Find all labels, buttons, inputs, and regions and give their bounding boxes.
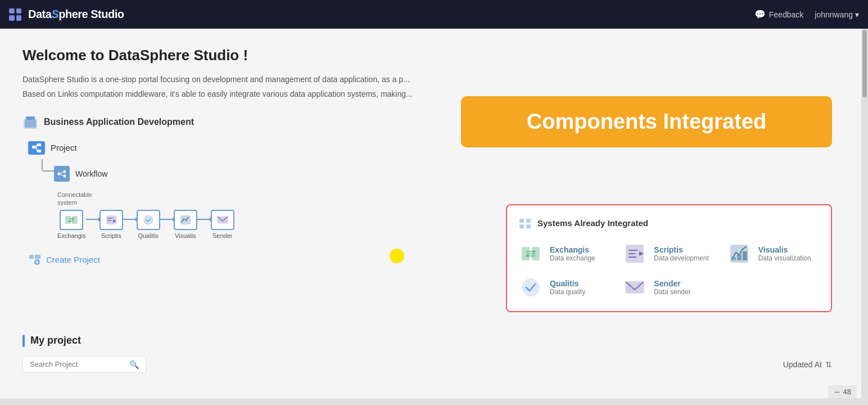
svg-rect-25 <box>519 219 524 223</box>
scriptis-name: Scriptis <box>654 245 715 254</box>
svg-point-9 <box>64 170 66 173</box>
page-count: 48 <box>843 388 851 396</box>
exchangis-label: Exchangis <box>57 232 86 239</box>
page-arrow-icon: ↔ <box>834 388 841 396</box>
svg-line-7 <box>36 147 37 151</box>
visualis-icon <box>727 241 752 266</box>
sender-name: Sender <box>654 279 715 288</box>
search-input[interactable] <box>30 360 125 368</box>
svg-rect-1 <box>26 116 35 120</box>
visualis-name: Visualis <box>758 245 820 254</box>
sender-flow-icon <box>211 210 234 230</box>
flow-diagram: Connectablesystem <box>57 191 483 240</box>
feedback-label: Feedback <box>769 10 803 19</box>
connectable-label: Connectablesystem <box>57 191 483 207</box>
create-project-button[interactable]: Create Project <box>28 253 483 266</box>
scriptis-label: Scriptis <box>101 232 121 239</box>
flow-item-visualis: Visualis <box>174 210 197 239</box>
create-project-label: Create Project <box>46 255 100 264</box>
create-project-icon <box>28 253 42 266</box>
systems-title: Systems Already Integrated <box>537 218 648 228</box>
project-icon <box>28 141 45 155</box>
sender-label: Sender <box>213 232 232 239</box>
svg-rect-4 <box>37 143 41 146</box>
vertical-scrollbar[interactable] <box>861 29 868 405</box>
visualis-info: Visualis Data visualization <box>758 245 820 262</box>
main-content: Welcome to DataSphere Studio ! DataSpher… <box>0 29 855 405</box>
systems-bottom-grid: Qualitis Data quality Sender <box>518 275 820 300</box>
sort-icon: ⇅ <box>825 360 832 369</box>
sender-icon <box>622 275 647 300</box>
tree-connector: Workflow <box>39 164 483 182</box>
scrollbar-thumb[interactable] <box>862 30 867 97</box>
svg-rect-27 <box>519 224 524 228</box>
workflow-icon <box>54 166 70 182</box>
logo-s: S <box>51 8 58 20</box>
qualitis-info: Qualitis Data quality <box>550 279 611 296</box>
tree-h-line <box>43 170 54 172</box>
my-project-title: My project <box>30 335 81 346</box>
tree-v-line <box>42 159 43 170</box>
flow-item-exchangis: Exchangis <box>57 210 86 239</box>
system-item-exchangis: Exchangis Data exchange <box>518 241 611 266</box>
feedback-button[interactable]: 💬 Feedback <box>754 9 803 20</box>
svg-rect-22 <box>29 255 34 259</box>
systems-top-grid: Exchangis Data exchange <box>518 241 820 266</box>
project-row: Project <box>28 141 483 155</box>
search-icon: 🔍 <box>129 360 139 369</box>
svg-line-11 <box>61 172 64 173</box>
qualitis-label: Qualitis <box>138 232 159 239</box>
svg-point-19 <box>144 215 153 224</box>
workflow-row: Workflow <box>54 166 107 182</box>
svg-rect-2 <box>25 120 36 128</box>
system-item-visualis: Visualis Data visualization <box>727 241 820 266</box>
flow-item-qualitis: Qualitis <box>137 210 160 239</box>
my-project-header: My project <box>22 335 832 347</box>
systems-header-icon <box>518 217 532 230</box>
flow-arrow-3 <box>160 219 174 220</box>
system-item-qualitis: Qualitis Data quality <box>518 275 611 300</box>
business-header: Business Application Development <box>22 114 483 130</box>
components-banner: Components Integrated <box>461 96 832 147</box>
flow-arrow-4 <box>197 219 211 220</box>
svg-rect-23 <box>35 255 40 259</box>
exchangis-icon <box>518 241 543 266</box>
business-section: Business Application Development Pro <box>22 114 483 312</box>
svg-point-10 <box>64 174 66 177</box>
flow-row: Exchangis ▶ <box>57 210 483 239</box>
updated-at-sort[interactable]: Updated At ⇅ <box>783 360 832 369</box>
svg-point-8 <box>58 172 61 175</box>
logo-area: DataSphere Studio <box>9 8 124 21</box>
svg-point-39 <box>522 279 539 296</box>
visualis-label: Visualis <box>175 232 196 239</box>
chevron-down-icon: ▾ <box>855 10 859 19</box>
project-label: Project <box>51 143 77 152</box>
horizontal-scrollbar[interactable] <box>0 398 861 405</box>
business-icon <box>22 114 38 130</box>
updated-at-label: Updated At <box>783 360 822 369</box>
feedback-icon: 💬 <box>754 9 766 20</box>
flow-item-sender: Sender <box>211 210 234 239</box>
flow-arrow-1 <box>86 219 100 220</box>
svg-rect-5 <box>37 150 41 152</box>
header-right: 💬 Feedback johnnwang ▾ <box>754 9 859 20</box>
my-project-section: My project 🔍 Updated At ⇅ <box>22 335 832 373</box>
search-row: 🔍 Updated At ⇅ <box>22 356 832 373</box>
logo-text: DataSphere Studio <box>28 8 124 21</box>
page-indicator: ↔ 48 <box>828 385 857 398</box>
app-header: DataSphere Studio 💬 Feedback johnnwang ▾ <box>0 0 868 29</box>
visualis-desc: Data visualization <box>758 254 820 262</box>
user-menu-button[interactable]: johnnwang ▾ <box>815 10 859 19</box>
systems-box: Systems Already Integrated <box>506 204 832 312</box>
exchangis-info: Exchangis Data exchange <box>550 245 611 262</box>
svg-rect-28 <box>526 224 531 228</box>
scriptis-desc: Data development <box>654 254 715 262</box>
svg-line-6 <box>36 145 37 147</box>
exchangis-name: Exchangis <box>550 245 611 254</box>
user-label: johnnwang <box>815 10 853 19</box>
exchangis-flow-icon <box>60 210 83 230</box>
svg-rect-13 <box>65 216 71 224</box>
qualitis-icon <box>518 275 543 300</box>
svg-rect-14 <box>72 216 78 224</box>
grid-icon <box>9 8 21 21</box>
